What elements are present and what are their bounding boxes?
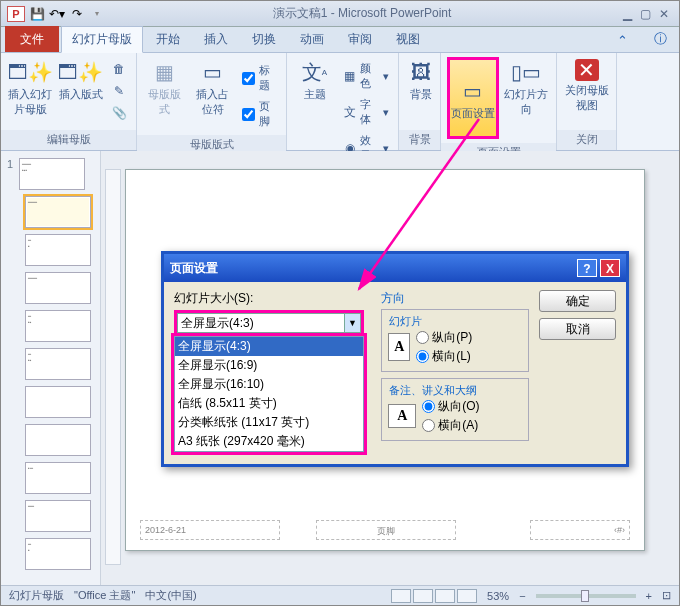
zoom-percent[interactable]: 53% [487,590,509,602]
normal-view-button[interactable] [391,589,411,603]
rename-icon[interactable]: ✎ [108,81,130,101]
notes-orientation-fieldset: 备注、讲义和大纲 A 纵向(O) 横向(A) [381,378,529,441]
group-edit-master: 🗔✨ 插入幻灯片母版 🗔✨ 插入版式 🗑 ✎ 📎 编辑母版 [1,53,137,150]
tab-view[interactable]: 视图 [385,26,431,52]
cancel-button[interactable]: 取消 [539,318,616,340]
tab-insert[interactable]: 插入 [193,26,239,52]
help-icon[interactable]: ⓘ [642,30,679,52]
slideshow-view-button[interactable] [457,589,477,603]
save-icon[interactable]: 💾 [29,6,45,22]
background-button[interactable]: 🖼 背景 [405,57,437,102]
reading-view-button[interactable] [435,589,455,603]
thumb-layout-4[interactable]: ━▪▪ [25,310,91,342]
thumb-layout-8[interactable]: ▪━ [25,462,91,494]
thumb-layout-1[interactable]: ━━━ [25,196,91,228]
background-icon: 🖼 [405,59,437,85]
tab-slide-master[interactable]: 幻灯片母版 [61,26,143,53]
orientation-landscape-icon: A [388,404,416,428]
ok-button[interactable]: 确定 [539,290,616,312]
themes-icon: 文A [299,59,331,85]
slides-legend: 幻灯片 [386,314,522,329]
orientation-icon: ▯▭ [510,59,542,85]
insert-layout-button[interactable]: 🗔✨ 插入版式 [58,57,105,102]
redo-icon[interactable]: ↷ [69,6,85,22]
undo-icon[interactable]: ↶▾ [49,6,65,22]
fonts-icon: 文 [343,104,356,120]
slide-orientation-label: 幻灯片方向 [503,87,550,117]
app-icon[interactable]: P [7,6,25,22]
notes-portrait-radio[interactable]: 纵向(O) [422,398,479,415]
list-item[interactable]: 全屏显示(16:9) [175,356,363,375]
placeholder-icon: ▭ [197,59,229,85]
page-setup-button[interactable]: ▭ 页面设置 [447,57,499,139]
title-bar: P 💾 ↶▾ ↷ ▾ 演示文稿1 - Microsoft PowerPoint … [1,1,679,27]
list-item[interactable]: A4 纸张 (210x297 毫米) [175,451,363,452]
close-button[interactable]: ✕ [659,7,669,21]
sorter-view-button[interactable] [413,589,433,603]
group-edit-master-label: 编辑母版 [1,130,136,150]
list-item[interactable]: A3 纸张 (297x420 毫米) [175,432,363,451]
thumb-layout-9[interactable]: ━━ [25,500,91,532]
list-item[interactable]: 全屏显示(16:10) [175,375,363,394]
thumb-master[interactable]: ━━━▪▪▪ [19,158,85,190]
slide-size-combo[interactable]: ▼ [174,310,364,336]
list-item[interactable]: 信纸 (8.5x11 英寸) [175,394,363,413]
minimize-button[interactable]: ▁ [623,7,632,21]
slides-landscape-radio[interactable]: 横向(L) [416,348,472,365]
zoom-handle[interactable] [581,590,589,602]
background-label: 背景 [410,87,432,102]
colors-icon: ▦ [343,68,356,84]
footer-placeholder[interactable]: 页脚 [316,520,456,540]
ribbon-minimize-icon[interactable]: ⌃ [605,33,640,52]
tab-home[interactable]: 开始 [145,26,191,52]
zoom-slider[interactable] [536,594,636,598]
close-master-button[interactable]: ✕ 关闭母版视图 [563,57,610,113]
themes-button[interactable]: 文A 主题 [293,57,336,102]
thumb-layout-3[interactable]: ━━━ [25,272,91,304]
thumb-layout-10[interactable]: ━▪ [25,538,91,570]
footer-checkbox[interactable]: 页脚 [239,97,280,131]
fit-window-button[interactable]: ⊡ [662,589,671,602]
date-placeholder[interactable]: 2012-6-21 [140,520,280,540]
combo-dropdown-icon[interactable]: ▼ [344,314,360,332]
title-checkbox-label: 标题 [259,63,277,93]
fonts-button[interactable]: 文字体▾ [340,95,392,129]
thumbnail-panel[interactable]: 1 ━━━▪▪▪ ━━━ ━▪ ━━━ ━▪▪ ━▪▪ ▪━ ━━ ━▪ [1,151,101,585]
delete-icon[interactable]: 🗑 [108,59,130,79]
insert-placeholder-button[interactable]: ▭ 插入占位符 [191,57,235,117]
group-close-label: 关闭 [557,130,616,150]
slides-portrait-radio[interactable]: 纵向(P) [416,329,472,346]
status-language[interactable]: 中文(中国) [145,588,196,603]
insert-slide-master-button[interactable]: 🗔✨ 插入幻灯片母版 [7,57,54,117]
title-checkbox[interactable]: 标题 [239,61,280,95]
ribbon: 🗔✨ 插入幻灯片母版 🗔✨ 插入版式 🗑 ✎ 📎 编辑母版 ▦ 母版版式 ▭ [1,53,679,151]
status-bar: 幻灯片母版 "Office 主题" 中文(中国) 53% − + ⊡ [1,585,679,605]
slide-orientation-button[interactable]: ▯▭ 幻灯片方向 [503,57,550,117]
zoom-in-button[interactable]: + [646,590,652,602]
pagenum-placeholder[interactable]: ‹#› [530,520,630,540]
colors-button[interactable]: ▦颜色▾ [340,59,392,93]
themes-label: 主题 [304,87,326,102]
list-item[interactable]: 分类帐纸张 (11x17 英寸) [175,413,363,432]
zoom-out-button[interactable]: − [519,590,525,602]
list-item[interactable]: 全屏显示(4:3) [175,337,363,356]
tab-file[interactable]: 文件 [5,26,59,52]
maximize-button[interactable]: ▢ [640,7,651,21]
dialog-help-button[interactable]: ? [577,259,597,277]
thumb-layout-7[interactable] [25,424,91,456]
preserve-icon[interactable]: 📎 [108,103,130,123]
slide-size-listbox[interactable]: 全屏显示(4:3) 全屏显示(16:9) 全屏显示(16:10) 信纸 (8.5… [174,336,364,452]
slide-size-input[interactable] [177,313,361,333]
thumb-layout-5[interactable]: ━▪▪ [25,348,91,380]
tab-review[interactable]: 审阅 [337,26,383,52]
tab-animation[interactable]: 动画 [289,26,335,52]
master-layout-button[interactable]: ▦ 母版版式 [143,57,187,117]
tab-transition[interactable]: 切换 [241,26,287,52]
thumb-layout-2[interactable]: ━▪ [25,234,91,266]
orientation-portrait-icon: A [388,333,410,361]
dialog-close-button[interactable]: X [600,259,620,277]
notes-landscape-radio[interactable]: 横向(A) [422,417,479,434]
dialog-titlebar[interactable]: 页面设置 ? X [164,254,626,282]
qat-more-icon[interactable]: ▾ [89,6,105,22]
thumb-layout-6[interactable] [25,386,91,418]
